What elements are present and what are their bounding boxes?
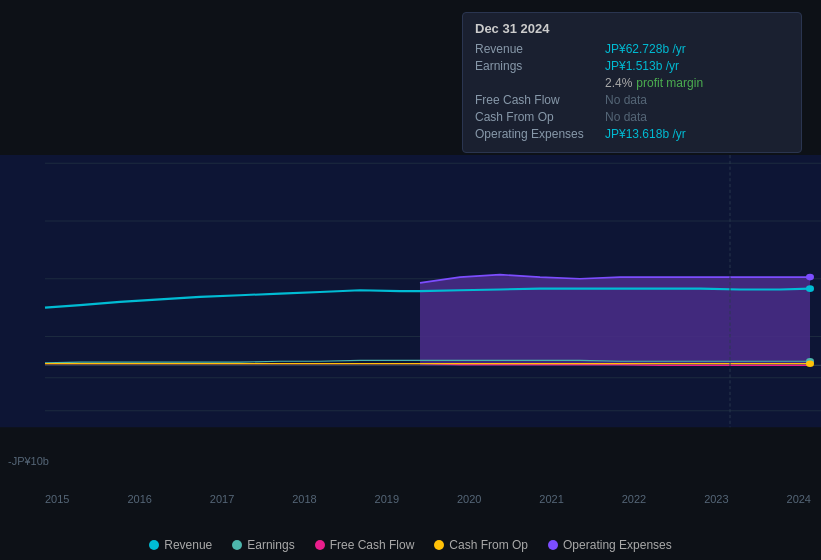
- legend-free-cash-flow: Free Cash Flow: [315, 538, 415, 552]
- svg-point-9: [806, 274, 814, 281]
- legend-revenue-label: Revenue: [164, 538, 212, 552]
- legend-free-cash-flow-label: Free Cash Flow: [330, 538, 415, 552]
- earnings-value: JP¥1.513b /yr: [605, 59, 679, 73]
- x-label-2024: 2024: [787, 493, 811, 505]
- revenue-label: Revenue: [475, 42, 605, 56]
- legend-cash-from-op-label: Cash From Op: [449, 538, 528, 552]
- svg-point-8: [806, 285, 814, 292]
- legend-revenue: Revenue: [149, 538, 212, 552]
- legend-cash-from-op: Cash From Op: [434, 538, 528, 552]
- legend-free-cash-flow-dot: [315, 540, 325, 550]
- profit-margin-text: profit margin: [636, 76, 703, 90]
- operating-expenses-label: Operating Expenses: [475, 127, 605, 141]
- chart-svg: [0, 155, 821, 485]
- legend-revenue-dot: [149, 540, 159, 550]
- x-label-2023: 2023: [704, 493, 728, 505]
- cash-from-op-label: Cash From Op: [475, 110, 605, 124]
- earnings-row: Earnings JP¥1.513b /yr: [475, 59, 789, 73]
- legend-earnings: Earnings: [232, 538, 294, 552]
- x-axis-labels: 2015 2016 2017 2018 2019 2020 2021 2022 …: [45, 493, 811, 505]
- tooltip-date: Dec 31 2024: [475, 21, 789, 36]
- legend-operating-expenses-label: Operating Expenses: [563, 538, 672, 552]
- revenue-row: Revenue JP¥62.728b /yr: [475, 42, 789, 56]
- operating-expenses-row: Operating Expenses JP¥13.618b /yr: [475, 127, 789, 141]
- chart-legend: Revenue Earnings Free Cash Flow Cash Fro…: [0, 538, 821, 552]
- x-label-2022: 2022: [622, 493, 646, 505]
- profit-pct: 2.4%: [605, 76, 632, 90]
- legend-earnings-label: Earnings: [247, 538, 294, 552]
- legend-operating-expenses-dot: [548, 540, 558, 550]
- x-label-2020: 2020: [457, 493, 481, 505]
- svg-point-11: [806, 360, 814, 367]
- profit-margin-row: 2.4% profit margin: [475, 76, 789, 90]
- x-label-2019: 2019: [375, 493, 399, 505]
- tooltip-box: Dec 31 2024 Revenue JP¥62.728b /yr Earni…: [462, 12, 802, 153]
- legend-cash-from-op-dot: [434, 540, 444, 550]
- cash-from-op-value: No data: [605, 110, 647, 124]
- legend-operating-expenses: Operating Expenses: [548, 538, 672, 552]
- x-label-2016: 2016: [127, 493, 151, 505]
- earnings-label: Earnings: [475, 59, 605, 73]
- free-cash-flow-label: Free Cash Flow: [475, 93, 605, 107]
- x-label-2021: 2021: [539, 493, 563, 505]
- x-label-2017: 2017: [210, 493, 234, 505]
- legend-earnings-dot: [232, 540, 242, 550]
- revenue-value: JP¥62.728b /yr: [605, 42, 686, 56]
- operating-expenses-value: JP¥13.618b /yr: [605, 127, 686, 141]
- cash-from-op-row: Cash From Op No data: [475, 110, 789, 124]
- x-label-2018: 2018: [292, 493, 316, 505]
- free-cash-flow-value: No data: [605, 93, 647, 107]
- free-cash-flow-row: Free Cash Flow No data: [475, 93, 789, 107]
- x-label-2015: 2015: [45, 493, 69, 505]
